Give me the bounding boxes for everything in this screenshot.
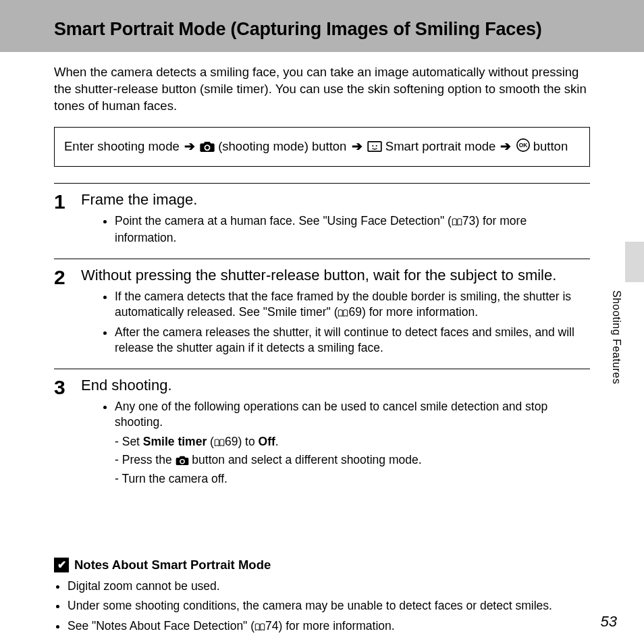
page-content: When the camera detects a smiling face, … [0, 52, 644, 636]
note-item: Under some shooting conditions, the came… [68, 597, 590, 614]
camera-icon [200, 137, 215, 158]
page-title: Smart Portrait Mode (Capturing Images of… [54, 19, 644, 40]
arrow-icon: ➔ [499, 139, 512, 153]
book-icon [214, 435, 225, 452]
side-tab [625, 242, 644, 282]
step-title: Without pressing the shutter-release but… [81, 266, 590, 285]
navigation-path-box: Enter shooting mode ➔ (shooting mode) bu… [54, 127, 590, 167]
intro-paragraph: When the camera detects a smiling face, … [54, 64, 590, 115]
nav-text: Smart portrait mode [382, 139, 500, 153]
page-header: Smart Portrait Mode (Capturing Images of… [0, 0, 644, 52]
arrow-icon: ➔ [183, 139, 196, 153]
nav-text: button [530, 139, 568, 153]
nav-text: (shooting mode) button [215, 139, 350, 153]
face-frame-icon [367, 137, 382, 158]
step-1: 1 Frame the image. Point the camera at a… [54, 183, 590, 259]
book-icon [338, 306, 348, 322]
note-item: See "Notes About Face Detection" (74) fo… [68, 618, 590, 636]
notes-title: Notes About Smart Portrait Mode [74, 558, 271, 572]
notes-heading: ✔ Notes About Smart Portrait Mode [54, 558, 590, 572]
dash-item: Turn the camera off. [115, 471, 590, 487]
page-number: 53 [601, 613, 617, 630]
step-bullet: If the camera detects that the face fram… [115, 289, 590, 322]
step-2: 2 Without pressing the shutter-release b… [54, 259, 590, 369]
arrow-icon: ➔ [350, 139, 364, 153]
camera-icon [176, 453, 189, 470]
step-bullet: Point the camera at a human face. See "U… [115, 213, 590, 246]
notes-section: ✔ Notes About Smart Portrait Mode Digita… [54, 558, 590, 636]
book-icon [254, 619, 265, 636]
book-icon [452, 215, 462, 231]
step-3: 3 End shooting. Any one of the following… [54, 369, 590, 497]
steps-list: 1 Frame the image. Point the camera at a… [54, 183, 590, 497]
step-number: 3 [54, 376, 81, 398]
step-number: 2 [54, 266, 81, 288]
nav-text: Enter shooting mode [64, 139, 183, 153]
step-title: Frame the image. [81, 190, 590, 209]
dash-item: Press the button and select a different … [115, 452, 590, 470]
step-bullet: After the camera releases the shutter, i… [115, 325, 590, 356]
check-icon: ✔ [54, 558, 69, 572]
note-item: Digital zoom cannot be used. [68, 578, 590, 595]
ok-icon [516, 137, 530, 158]
step-number: 1 [54, 190, 81, 212]
step-bullet: Any one of the following operations can … [115, 399, 590, 431]
dash-item: Set Smile timer (69) to Off. [115, 433, 590, 452]
section-label: Shooting Features [610, 290, 622, 384]
step-title: End shooting. [81, 376, 590, 395]
